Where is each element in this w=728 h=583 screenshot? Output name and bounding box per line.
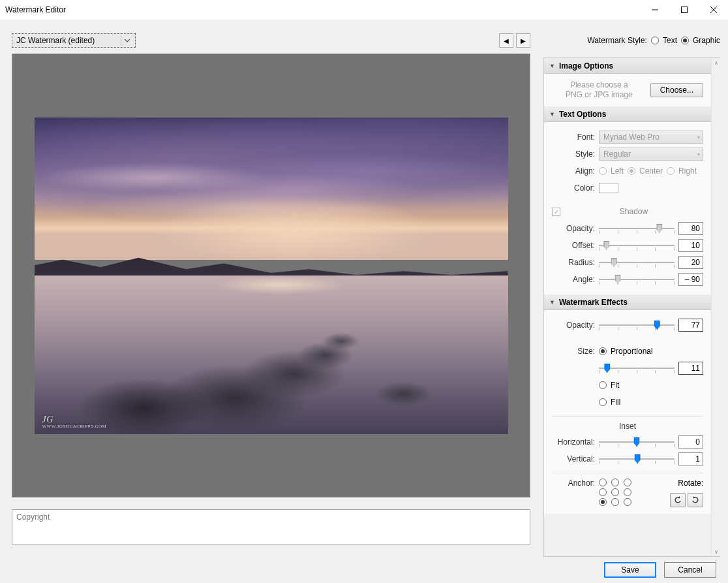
anchor-label: Anchor: [552,479,595,488]
shadow-radius-input [678,256,703,269]
shadow-radius-slider [599,256,675,269]
style-text-label: Text [663,36,677,45]
inset-vertical-label: Vertical: [552,454,595,464]
disclosure-triangle-icon: ▼ [549,63,555,69]
align-center-radio [628,167,635,175]
watermark-effects-header[interactable]: ▼ Watermark Effects [544,294,711,310]
effects-opacity-input[interactable] [678,319,703,332]
anchor-br[interactable] [624,498,631,506]
preset-selected-label: JC Watermark (edited) [16,36,95,45]
anchor-bl[interactable] [599,498,607,506]
close-button[interactable] [699,0,728,20]
panel-scrollbar[interactable]: ∧ ∨ [711,58,720,556]
shadow-opacity-slider [599,222,675,235]
anchor-ml[interactable] [599,488,607,496]
style-label: Style: [552,150,595,159]
copyright-textarea[interactable]: Copyright [12,509,530,545]
inset-vertical-input[interactable] [678,452,703,465]
shadow-offset-slider [599,239,675,252]
save-button[interactable]: Save [604,562,656,578]
style-graphic-label: Graphic [693,36,720,45]
chevron-down-icon [121,35,132,46]
shadow-offset-input [678,239,703,252]
svg-rect-1 [681,7,687,13]
shadow-title: Shadow [564,207,703,216]
disclosure-triangle-icon: ▼ [549,299,555,306]
style-graphic-radio[interactable] [681,37,689,44]
style-text-radio[interactable] [651,37,659,44]
color-swatch [599,183,618,193]
scroll-down-icon[interactable]: ∨ [712,547,720,556]
align-left-radio [599,167,607,175]
choose-image-button[interactable]: Choose... [650,83,703,97]
image-hint-line1: Please choose a [552,80,646,90]
shadow-opacity-input [678,222,703,235]
watermark-style-label: Watermark Style: [587,36,647,45]
anchor-tl[interactable] [599,479,607,486]
anchor-mc[interactable] [611,488,619,496]
font-label: Font: [552,133,595,142]
anchor-tc[interactable] [611,479,619,486]
rotate-right-button[interactable] [688,493,703,507]
inset-vertical-slider[interactable] [599,452,675,465]
inset-title: Inset [552,422,703,431]
size-proportional-radio[interactable] [599,347,607,355]
anchor-bc[interactable] [611,498,619,506]
title-bar: Watermark Editor [0,0,728,20]
scroll-up-icon[interactable]: ∧ [712,58,720,67]
maximize-button[interactable] [669,0,699,20]
image-options-header[interactable]: ▼ Image Options [544,58,711,74]
anchor-mr[interactable] [624,488,631,496]
shadow-angle-slider [599,273,675,286]
preset-dropdown[interactable]: JC Watermark (edited) [12,33,136,48]
shadow-angle-label: Angle: [552,275,595,284]
size-fit-radio[interactable] [599,381,607,389]
shadow-checkbox: ✓ [552,208,560,216]
text-options-header[interactable]: ▼ Text Options [544,106,711,122]
chevron-down-icon: ▾ [697,134,700,140]
next-image-button[interactable]: ▶ [516,33,530,48]
size-input[interactable] [678,362,703,375]
inset-horizontal-slider[interactable] [599,435,675,449]
rotate-left-button[interactable] [670,493,686,507]
size-fill-radio[interactable] [599,398,607,406]
align-label: Align: [552,166,595,176]
font-dropdown: Myriad Web Pro ▾ [599,131,703,144]
shadow-opacity-label: Opacity: [552,224,595,233]
color-label: Color: [552,183,595,193]
prev-image-button[interactable]: ◀ [499,33,513,48]
cancel-button[interactable]: Cancel [664,562,716,578]
inset-horizontal-input[interactable] [678,435,703,449]
window-title: Watermark Editor [5,5,640,14]
anchor-grid [599,479,634,506]
effects-opacity-slider[interactable] [599,319,675,332]
disclosure-triangle-icon: ▼ [549,111,555,118]
minimize-button[interactable] [640,0,669,20]
preview-photo: JG WWW.JOSHUACRIPPS.COM [35,118,508,434]
anchor-tr[interactable] [624,479,631,486]
preview-area: JG WWW.JOSHUACRIPPS.COM [12,54,530,497]
effects-opacity-label: Opacity: [552,321,595,330]
shadow-radius-label: Radius: [552,258,595,267]
chevron-down-icon: ▾ [697,151,700,157]
font-style-dropdown: Regular ▾ [599,148,703,161]
size-slider[interactable] [599,362,675,375]
copyright-placeholder: Copyright [16,512,50,522]
image-hint-line2: PNG or JPG image [552,90,646,100]
dialog-footer: Save Cancel [0,557,728,583]
size-label: Size: [552,347,595,356]
watermark-on-photo: JG WWW.JOSHUACRIPPS.COM [42,415,107,429]
inset-horizontal-label: Horizontal: [552,437,595,447]
rotate-label: Rotate: [670,479,703,488]
shadow-angle-input [678,273,703,286]
shadow-offset-label: Offset: [552,241,595,250]
align-right-radio [667,167,675,175]
